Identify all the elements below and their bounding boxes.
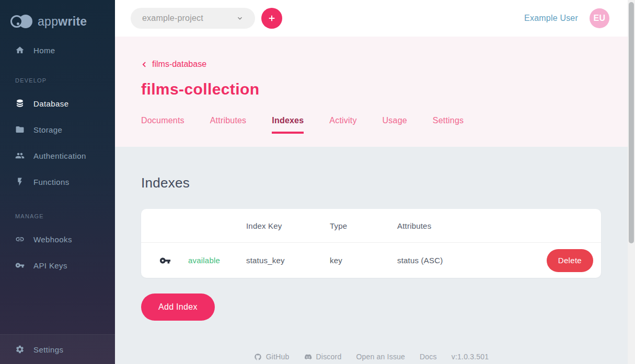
avatar[interactable]: EU xyxy=(590,8,609,28)
indexes-table: Index Key Type Attributes available stat… xyxy=(141,209,601,278)
discord-link[interactable]: Discord xyxy=(304,353,342,361)
sidebar-item-label: Home xyxy=(33,46,55,55)
section-heading: Indexes xyxy=(141,175,635,191)
sidebar-item-api-keys[interactable]: API Keys xyxy=(0,254,115,277)
tab-usage[interactable]: Usage xyxy=(383,116,407,134)
key-icon xyxy=(15,261,25,270)
sidebar-item-label: Webhooks xyxy=(33,235,72,244)
chevron-down-icon xyxy=(236,15,244,22)
sidebar-item-settings[interactable]: Settings xyxy=(0,338,115,361)
sidebar-item-webhooks[interactable]: Webhooks xyxy=(0,228,115,251)
home-icon xyxy=(15,45,25,55)
tab-activity[interactable]: Activity xyxy=(329,116,356,134)
index-attributes-value: status (ASC) xyxy=(397,256,547,265)
version-label: v:1.0.3.501 xyxy=(452,353,489,361)
footer: GitHub Discord Open an Issue Docs v:1.0.… xyxy=(115,353,628,361)
appwrite-logo-icon xyxy=(10,15,32,28)
open-issue-link[interactable]: Open an Issue xyxy=(356,353,405,361)
sidebar-item-label: Storage xyxy=(33,125,62,134)
tab-indexes[interactable]: Indexes xyxy=(272,116,304,134)
index-type-value: key xyxy=(330,256,397,265)
sidebar-section-develop: DEVELOP xyxy=(0,77,115,84)
col-attributes: Attributes xyxy=(397,221,593,230)
sidebar-section-manage: MANAGE xyxy=(0,213,115,219)
sidebar: appwrite Home DEVELOP Database Storage A… xyxy=(0,0,115,364)
database-icon xyxy=(15,99,25,108)
sidebar-item-label: API Keys xyxy=(33,261,67,270)
lightning-icon xyxy=(15,177,25,186)
table-header-row: Index Key Type Attributes xyxy=(141,209,601,243)
page-scrollbar[interactable] xyxy=(628,0,635,364)
project-select[interactable]: example-project xyxy=(131,8,255,29)
sidebar-item-storage[interactable]: Storage xyxy=(0,118,115,141)
docs-link[interactable]: Docs xyxy=(420,353,437,361)
github-icon xyxy=(254,353,262,361)
topbar: example-project Example User EU xyxy=(115,0,635,37)
content-area: Indexes Index Key Type Attributes availa… xyxy=(115,147,635,364)
col-type: Type xyxy=(330,221,397,230)
breadcrumb-label: films-database xyxy=(152,60,206,69)
user-account-link[interactable]: Example User xyxy=(524,14,578,23)
scrollbar-thumb[interactable] xyxy=(629,2,634,243)
discord-icon xyxy=(304,353,312,361)
sidebar-item-database[interactable]: Database xyxy=(0,92,115,115)
delete-index-button[interactable]: Delete xyxy=(547,249,593,272)
project-select-value: example-project xyxy=(142,14,203,23)
link-icon xyxy=(15,234,25,244)
plus-icon xyxy=(268,14,276,22)
github-label: GitHub xyxy=(266,353,290,361)
appwrite-logo-text: appwrite xyxy=(38,15,87,29)
tab-bar: Documents Attributes Indexes Activity Us… xyxy=(141,116,635,134)
index-status: available xyxy=(188,256,246,265)
gear-icon xyxy=(15,345,25,354)
sidebar-bottom: Settings xyxy=(0,334,115,364)
collection-header: films-database films-collection Document… xyxy=(115,37,635,147)
index-key-icon xyxy=(159,255,188,266)
sidebar-item-label: Settings xyxy=(33,345,63,354)
add-project-button[interactable] xyxy=(261,8,282,29)
page-title: films-collection xyxy=(141,80,635,98)
sidebar-item-functions[interactable]: Functions xyxy=(0,170,115,193)
add-index-button[interactable]: Add Index xyxy=(141,293,215,321)
appwrite-logo[interactable]: appwrite xyxy=(0,0,115,34)
users-icon xyxy=(15,151,25,160)
index-key-value: status_key xyxy=(246,256,330,265)
tab-attributes[interactable]: Attributes xyxy=(210,116,247,134)
table-row: available status_key key status (ASC) De… xyxy=(141,243,601,278)
sidebar-item-label: Database xyxy=(33,99,68,108)
sidebar-item-home[interactable]: Home xyxy=(0,39,115,62)
tab-documents[interactable]: Documents xyxy=(141,116,184,134)
github-link[interactable]: GitHub xyxy=(254,353,290,361)
sidebar-item-label: Functions xyxy=(33,178,70,186)
sidebar-item-authentication[interactable]: Authentication xyxy=(0,144,115,167)
col-index-key: Index Key xyxy=(246,221,330,230)
sidebar-item-label: Authentication xyxy=(33,151,86,160)
folder-icon xyxy=(15,125,25,134)
chevron-left-icon xyxy=(141,61,148,68)
tab-settings[interactable]: Settings xyxy=(433,116,464,134)
sidebar-nav: Home DEVELOP Database Storage Authentica… xyxy=(0,34,115,334)
page: example-project Example User EU films-da… xyxy=(115,0,635,364)
discord-label: Discord xyxy=(316,353,342,361)
breadcrumb[interactable]: films-database xyxy=(141,60,206,69)
